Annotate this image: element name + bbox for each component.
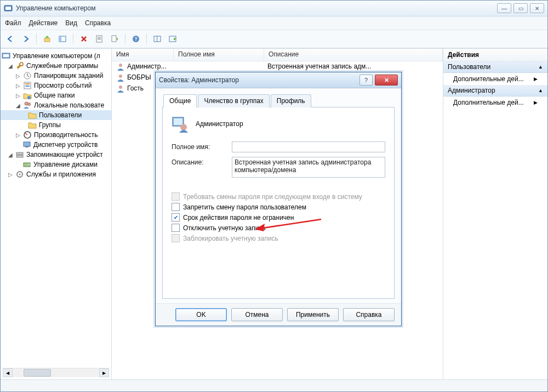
forward-button[interactable] (19, 32, 32, 46)
dialog-help-button-bottom[interactable]: Справка (343, 308, 395, 321)
user-icon (116, 84, 125, 93)
actions-section-users[interactable]: Пользователи ▲ (443, 61, 547, 73)
menu-file[interactable]: Файл (5, 19, 21, 27)
up-button[interactable] (41, 32, 54, 46)
svg-point-22 (27, 96, 31, 99)
fullname-input[interactable] (232, 141, 385, 152)
expand-icon[interactable]: ▷ (15, 73, 21, 79)
collapse-icon[interactable]: ◢ (7, 152, 13, 158)
help-button[interactable]: ? (129, 32, 142, 46)
list-row[interactable]: Администр... Встроенная учетная запись а… (112, 61, 443, 72)
checkbox-cannot-change[interactable] (172, 203, 180, 211)
ok-button[interactable]: OK (175, 308, 227, 321)
users-icon (23, 101, 32, 110)
tree-local-users[interactable]: ◢ Локальные пользовате (1, 100, 111, 110)
actions-section-admin[interactable]: Администратор ▲ (443, 85, 547, 96)
maximize-button[interactable]: ▭ (513, 3, 528, 13)
show-hide-tree-button[interactable] (56, 32, 69, 46)
expand-icon[interactable]: ▷ (7, 172, 13, 178)
collapse-icon[interactable]: ▲ (538, 88, 543, 93)
scroll-thumb[interactable] (24, 369, 51, 377)
checkbox-must-change (172, 192, 180, 201)
svg-rect-27 (25, 146, 28, 147)
expand-icon[interactable]: ▷ (15, 83, 21, 89)
tree-task-scheduler[interactable]: ▷ Планировщик заданий (1, 71, 111, 81)
tree-storage[interactable]: ◢ Запоминающие устройст (1, 150, 111, 160)
checkbox-never-expires[interactable]: ✔ (172, 213, 180, 221)
delete-button[interactable] (77, 32, 90, 46)
tab-general[interactable]: Общие (163, 94, 197, 107)
menubar: Файл Действие Вид Справка (1, 16, 547, 30)
chevron-right-icon: ▶ (534, 76, 538, 82)
tree-performance[interactable]: ▷ Производительность (1, 130, 111, 140)
tree-scrollbar[interactable]: ◀ ▶ (3, 368, 109, 377)
tree-users[interactable]: Пользователи (1, 110, 111, 120)
svg-text:?: ? (134, 36, 138, 42)
menu-action[interactable]: Действие (29, 19, 58, 27)
dialog-close-button[interactable]: ✕ (375, 75, 398, 86)
titlebar: Управление компьютером — ▭ ✕ (1, 1, 547, 16)
svg-rect-1 (5, 7, 11, 10)
svg-rect-2 (44, 38, 50, 42)
collapse-icon[interactable]: ▲ (538, 64, 543, 70)
svg-point-17 (20, 63, 23, 66)
expand-icon[interactable]: ▷ (15, 93, 21, 99)
description-label: Описание: (172, 157, 232, 166)
toolbar: ? (1, 30, 547, 48)
checkbox-disable-account[interactable] (172, 224, 180, 232)
refresh-button[interactable] (151, 32, 164, 46)
tree-root[interactable]: Управление компьютером (л (1, 51, 111, 61)
dialog-username: Администратор (196, 120, 243, 128)
tree-system-tools[interactable]: ◢ Служебные программы (1, 61, 111, 71)
customize-button[interactable] (166, 32, 179, 46)
scroll-right-icon[interactable]: ▶ (99, 368, 109, 377)
statusbar (1, 379, 547, 391)
cb-never-expires-row[interactable]: ✔ Срок действия пароля не ограничен (172, 213, 385, 221)
disk-icon (22, 160, 31, 169)
cb-disabled-row[interactable]: Отключить учетную запись (172, 224, 385, 232)
actions-more-users[interactable]: Дополнительные дей... ▶ (443, 73, 547, 85)
svg-rect-4 (59, 36, 61, 42)
tree-device-manager[interactable]: Диспетчер устройств (1, 140, 111, 150)
tree-groups[interactable]: Группы (1, 120, 111, 130)
cb-cannot-change-row[interactable]: Запретить смену пароля пользователем (172, 203, 385, 211)
tree-event-viewer[interactable]: ▷ Просмотр событий (1, 81, 111, 90)
description-input[interactable] (232, 157, 385, 178)
actions-more-admin[interactable]: Дополнительные дей... ▶ (443, 96, 547, 109)
back-button[interactable] (4, 32, 17, 46)
svg-point-39 (180, 124, 187, 130)
svg-rect-38 (174, 118, 182, 125)
col-description[interactable]: Описание (264, 49, 443, 61)
tree-services-apps[interactable]: ▷ Службы и приложения (1, 169, 111, 179)
tab-profile[interactable]: Профиль (271, 94, 311, 107)
cb-locked-row[interactable]: Заблокировать учетную запись (172, 234, 385, 242)
tree-shared-folders[interactable]: ▷ Общие папки (1, 90, 111, 100)
svg-rect-20 (25, 83, 30, 84)
tab-member-of[interactable]: Членство в группах (198, 94, 269, 107)
collapse-icon[interactable]: ◢ (15, 103, 21, 109)
cancel-button[interactable]: Отмена (231, 308, 283, 321)
apply-button[interactable]: Применить (287, 308, 339, 321)
scroll-left-icon[interactable]: ◀ (3, 368, 13, 377)
close-button[interactable]: ✕ (530, 3, 544, 13)
col-name[interactable]: Имя (112, 49, 174, 61)
dialog-tabs: Общие Членство в группах Профиль (162, 94, 395, 107)
svg-rect-21 (25, 86, 30, 87)
dialog-help-button[interactable]: ? (359, 75, 373, 86)
col-fullname[interactable]: Полное имя (174, 49, 264, 61)
collapse-icon[interactable]: ◢ (7, 63, 13, 69)
minimize-button[interactable]: — (497, 3, 511, 13)
tree-disk-mgmt[interactable]: Управление дисками (1, 160, 111, 169)
export-button[interactable] (108, 32, 121, 46)
expand-icon[interactable]: ▷ (15, 132, 21, 138)
clock-icon (23, 71, 32, 80)
properties-dialog: Свойства: Администратор ? ✕ Общие Членст… (155, 72, 402, 326)
menu-help[interactable]: Справка (85, 19, 111, 27)
menu-view[interactable]: Вид (65, 19, 77, 27)
cb-must-change-row[interactable]: Требовать смены пароля при следующем вхо… (172, 192, 385, 201)
storage-icon (15, 150, 24, 159)
tree-pane: Управление компьютером (л ◢ Служебные пр… (1, 49, 112, 379)
properties-button[interactable] (93, 32, 106, 46)
user-large-icon (172, 115, 189, 133)
window-title: Управление компьютером (16, 4, 497, 12)
